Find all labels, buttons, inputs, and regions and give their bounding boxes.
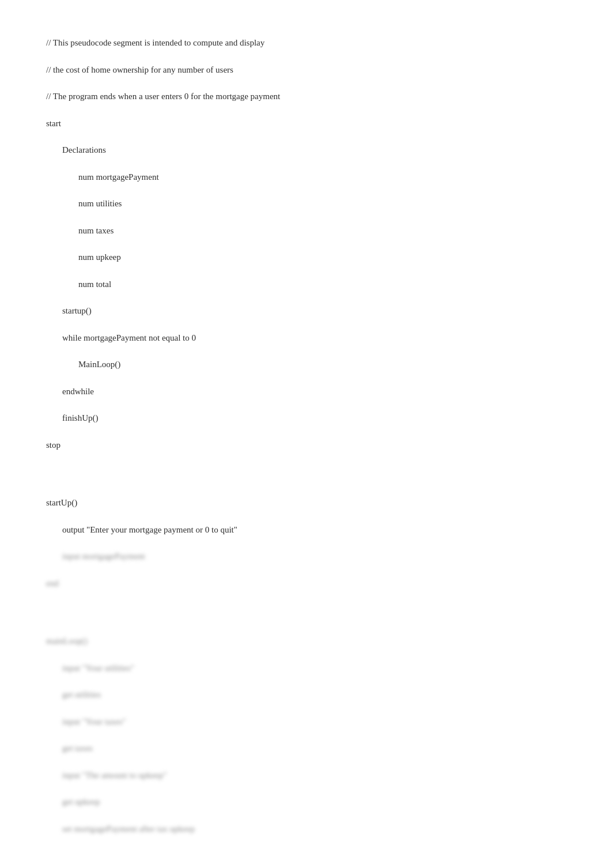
blurred-line-5: get utilities bbox=[46, 686, 566, 703]
startup-call: startup() bbox=[46, 303, 566, 319]
stop-keyword: stop bbox=[46, 437, 566, 454]
blurred-line-4: input "Your utilities" bbox=[46, 660, 566, 677]
comment-line-1: // This pseudocode segment is intended t… bbox=[46, 35, 566, 51]
decl-taxes: num taxes bbox=[46, 222, 566, 239]
finishup-call: finishUp() bbox=[46, 410, 566, 427]
comment-line-3: // The program ends when a user enters 0… bbox=[46, 88, 566, 105]
decl-mortgage-payment: num mortgagePayment bbox=[46, 169, 566, 186]
declarations-label: Declarations bbox=[46, 142, 566, 158]
blurred-line-10: set mortgagePayment after tax upkeep bbox=[46, 821, 566, 837]
output-line: output "Enter your mortgage payment or 0… bbox=[46, 522, 566, 538]
blurred-line-3: mainLoop() bbox=[46, 633, 566, 650]
blurred-line-7: get taxes bbox=[46, 740, 566, 757]
decl-utilities: num utilities bbox=[46, 195, 566, 212]
blurred-line-8: input "The amount to upkeep" bbox=[46, 767, 566, 784]
blurred-line-9: get upkeep bbox=[46, 794, 566, 810]
endwhile-keyword: endwhile bbox=[46, 383, 566, 400]
blurred-line-2: end bbox=[46, 575, 566, 592]
startup-function-label: startUp() bbox=[46, 495, 566, 511]
mainloop-call: MainLoop() bbox=[46, 356, 566, 373]
blurred-line-1: input mortgagePayment bbox=[46, 548, 566, 565]
comment-line-2: // the cost of home ownership for any nu… bbox=[46, 62, 566, 78]
blurred-line-6: input "Your taxes" bbox=[46, 714, 566, 730]
while-condition: while mortgagePayment not equal to 0 bbox=[46, 330, 566, 346]
pseudocode-block: // This pseudocode segment is intended t… bbox=[46, 35, 566, 837]
decl-total: num total bbox=[46, 276, 566, 293]
decl-upkeep: num upkeep bbox=[46, 249, 566, 266]
start-keyword: start bbox=[46, 115, 566, 132]
